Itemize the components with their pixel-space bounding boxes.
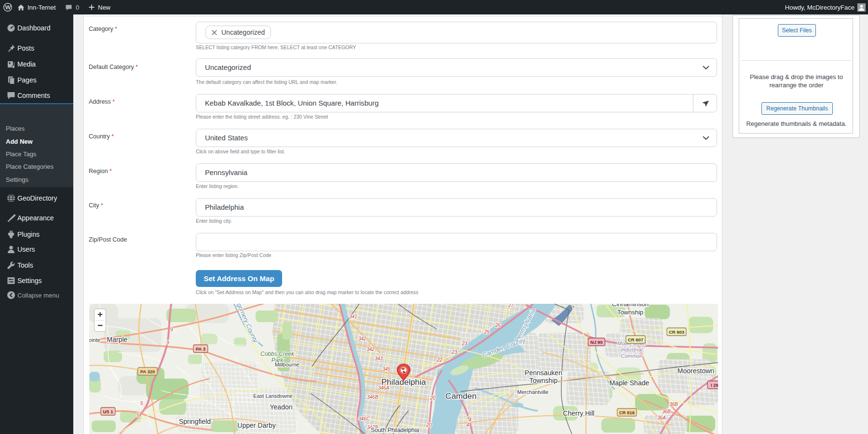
svg-text:346C: 346C	[358, 416, 370, 421]
svg-text:Merchantville: Merchantville	[517, 389, 549, 395]
svg-text:Common: Common	[621, 353, 643, 359]
svg-text:Moorestown: Moorestown	[678, 367, 714, 375]
svg-text:4: 4	[466, 422, 469, 428]
svg-text:Park: Park	[271, 357, 284, 364]
svg-text:Camden: Camden	[446, 392, 476, 401]
svg-text:Cobbs Creek: Cobbs Creek	[260, 351, 295, 357]
svg-text:9: 9	[170, 327, 173, 332]
svg-text:20: 20	[430, 395, 436, 401]
svg-text:PA 3: PA 3	[196, 346, 205, 352]
svg-text:20: 20	[426, 422, 432, 428]
svg-text:Maple Shade: Maple Shade	[610, 379, 650, 387]
svg-text:PA 320: PA 320	[140, 369, 155, 374]
svg-text:East Lansdowne: East Lansdowne	[253, 393, 292, 399]
svg-text:Marple: Marple	[107, 336, 128, 343]
svg-text:27: 27	[508, 304, 514, 308]
svg-text:22: 22	[436, 357, 443, 363]
svg-text:Cherry Hill: Cherry Hill	[563, 409, 594, 417]
svg-text:Pennsauken: Pennsauken	[525, 369, 562, 377]
svg-text:South Philadelphia: South Philadelphia	[371, 427, 419, 434]
svg-text:I 29: I 29	[711, 382, 718, 388]
svg-text:25: 25	[484, 329, 490, 335]
svg-text:Township: Township	[529, 377, 558, 384]
svg-text:Yeadon: Yeadon	[270, 403, 293, 411]
svg-text:36B: 36B	[669, 402, 678, 407]
svg-text:23: 23	[451, 350, 458, 355]
svg-text:343: 343	[375, 356, 383, 361]
svg-text:Cinnaminson: Cinnaminson	[612, 304, 649, 308]
svg-text:36A: 36A	[657, 415, 666, 420]
svg-text:9: 9	[166, 340, 169, 345]
svg-text:36B: 36B	[662, 409, 671, 414]
svg-text:4: 4	[469, 417, 472, 422]
svg-text:Upper Darby: Upper Darby	[237, 421, 275, 429]
svg-text:5: 5	[136, 413, 139, 418]
svg-text:Springfield: Springfield	[179, 418, 211, 425]
svg-text:342: 342	[358, 336, 366, 341]
svg-text:23: 23	[461, 341, 468, 346]
svg-text:US 1: US 1	[103, 409, 113, 414]
svg-text:Township: Township	[617, 309, 643, 316]
svg-text:NJ 90: NJ 90	[590, 339, 602, 345]
svg-text:346B: 346B	[367, 394, 379, 400]
svg-text:Industrial: Industrial	[621, 347, 643, 353]
svg-text:341: 341	[349, 314, 357, 319]
svg-text:ointe: ointe	[89, 337, 100, 343]
svg-text:26: 26	[495, 323, 501, 328]
svg-text:5: 5	[140, 401, 143, 406]
svg-text:CR 616: CR 616	[619, 410, 635, 415]
svg-text:CR 607: CR 607	[628, 337, 643, 342]
svg-text:CR 603: CR 603	[669, 329, 684, 335]
svg-text:342: 342	[366, 347, 375, 352]
svg-text:345: 345	[382, 366, 391, 372]
